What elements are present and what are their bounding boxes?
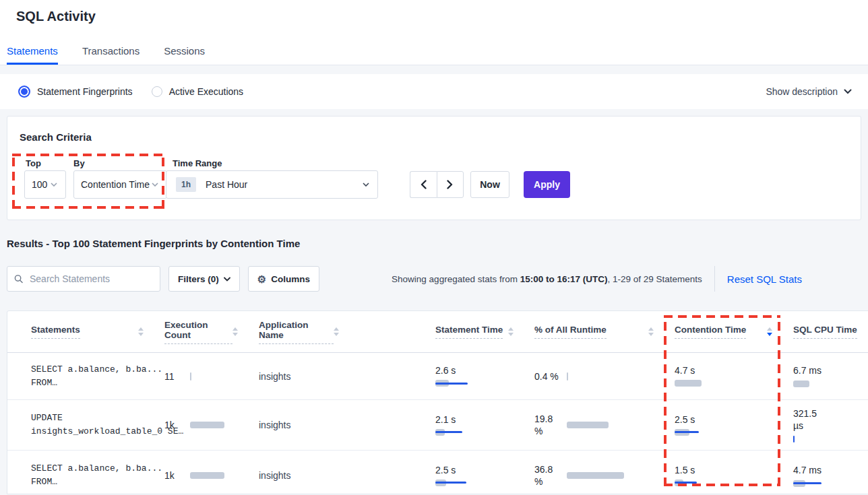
statement-fingerprint-link[interactable]: UPDATEinsights_workload_table_0 SE… xyxy=(31,411,152,438)
chevron-right-icon xyxy=(447,180,453,189)
statements-table-card: StatementsExecution CountApplication Nam… xyxy=(7,310,868,494)
sort-desc-arrow xyxy=(767,333,772,336)
bar-total xyxy=(675,380,702,387)
bar-tick-blue xyxy=(793,436,795,442)
pct-runtime-cell: 19.8 % xyxy=(522,400,662,451)
apply-button[interactable]: Apply xyxy=(524,171,570,198)
sort-icon[interactable] xyxy=(232,327,238,336)
columns-button-label: Columns xyxy=(271,274,310,284)
search-criteria-card: Search Criteria Top By Time Range 100 Co… xyxy=(7,116,861,220)
bar-total xyxy=(793,381,809,387)
column-header-statement-time[interactable]: Statement Time xyxy=(348,311,522,353)
cell-bar-chart xyxy=(190,471,224,480)
column-header-execution-count[interactable]: Execution Count xyxy=(152,311,247,353)
sort-desc-arrow xyxy=(648,333,654,336)
statement-line: SELECT a.balance, b.ba... xyxy=(31,462,152,475)
sort-asc-arrow xyxy=(648,327,654,331)
columns-button[interactable]: ⚙︎ Columns xyxy=(248,266,319,292)
results-controls: Filters (0) ⚙︎ Columns Showing aggregate… xyxy=(7,266,861,292)
sort-icon[interactable] xyxy=(648,327,654,336)
statement-time-cell: 2.1 s xyxy=(348,400,522,451)
time-nav-arrows xyxy=(410,171,464,198)
column-header-statements[interactable]: Statements xyxy=(7,311,152,353)
cell-bar-chart xyxy=(435,479,466,487)
now-button[interactable]: Now xyxy=(470,171,509,198)
statement-row: SELECT a.balance, b.ba...FROM…11insights… xyxy=(7,353,868,400)
contention-time-cell: 4.7 s xyxy=(662,353,781,400)
cell-bar-chart xyxy=(793,480,822,488)
metric-value: 36.8 % xyxy=(534,463,561,488)
sort-icon[interactable] xyxy=(508,327,514,336)
metric-value: 0.4 % xyxy=(534,370,561,383)
metric-value: 2.5 s xyxy=(675,414,780,425)
statement-line: insights_workload_table_0 SE… xyxy=(31,425,152,438)
sort-icon[interactable] xyxy=(334,327,339,336)
column-header-application-name[interactable]: Application Name xyxy=(247,311,348,353)
radio-option-active-executions[interactable]: Active Executions xyxy=(152,86,244,97)
view-toggle-bar: Statement FingerprintsActive Executions … xyxy=(0,74,868,109)
column-label: Execution Count xyxy=(164,320,232,344)
metric-value: 1k xyxy=(164,470,185,481)
execution-count-cell: 11 xyxy=(152,353,247,400)
statements-table: StatementsExecution CountApplication Nam… xyxy=(7,311,868,494)
search-statements-input[interactable] xyxy=(28,273,153,285)
results-heading: Results - Top 100 Statement Fingerprints… xyxy=(7,238,868,249)
statement-fingerprint-link[interactable]: SELECT a.balance, b.ba...FROM… xyxy=(31,363,152,390)
prev-time-button[interactable] xyxy=(410,171,437,198)
bar-mean-line xyxy=(675,431,699,433)
bar-mean-line xyxy=(435,383,468,385)
aggregated-stats-text: Showing aggregated stats from 15:00 to 1… xyxy=(392,274,702,284)
filters-button[interactable]: Filters (0) xyxy=(168,266,240,292)
show-description-toggle[interactable]: Show description xyxy=(766,86,852,97)
metric-value: 6.7 ms xyxy=(793,364,824,376)
sql-cpu-time-cell: 6.7 ms xyxy=(781,353,868,400)
sort-asc-arrow xyxy=(767,327,772,331)
cell-bar-chart xyxy=(675,479,697,487)
bar-total xyxy=(567,422,609,428)
show-description-label: Show description xyxy=(766,86,838,97)
chevron-left-icon xyxy=(421,180,427,189)
application-name-cell: insights xyxy=(247,400,348,451)
column-label: SQL CPU Time xyxy=(793,325,857,339)
sort-icon[interactable] xyxy=(767,327,772,336)
radio-label: Statement Fingerprints xyxy=(37,86,133,97)
contention-time-cell: 1.5 s xyxy=(662,451,781,495)
chevron-down-icon xyxy=(152,183,158,187)
column-label: Contention Time xyxy=(675,325,746,339)
cell-bar-chart xyxy=(567,471,624,480)
tab-statements[interactable]: Statements xyxy=(7,45,58,65)
sort-asc-arrow xyxy=(232,327,238,331)
tab-sessions[interactable]: Sessions xyxy=(164,45,205,65)
bar-mean-line xyxy=(793,482,822,484)
statement-row: UPDATEinsights_workload_table_0 SE…1kins… xyxy=(7,400,868,451)
time-range-badge: 1h xyxy=(176,177,196,192)
reset-sql-stats-link[interactable]: Reset SQL Stats xyxy=(727,273,802,285)
metric-value: 19.8 % xyxy=(534,413,561,437)
top-select[interactable]: 100 xyxy=(24,170,66,199)
statement-time-cell: 2.5 s xyxy=(348,451,522,495)
metric-value: 1.5 s xyxy=(675,465,780,475)
sql-cpu-time-cell: 4.7 ms xyxy=(781,451,868,495)
column-header--of-all-runtime[interactable]: % of All Runtime xyxy=(522,311,662,353)
statement-line: FROM… xyxy=(31,376,152,390)
bar-mean-line xyxy=(435,431,462,433)
time-range-select[interactable]: 1h Past Hour xyxy=(166,170,378,199)
column-header-sql-cpu-time[interactable]: SQL CPU Time xyxy=(781,311,868,353)
by-select[interactable]: Contention Time xyxy=(73,170,167,199)
next-time-button[interactable] xyxy=(437,171,464,198)
radio-option-statement-fingerprints[interactable]: Statement Fingerprints xyxy=(18,86,133,98)
statement-fingerprint-link[interactable]: SELECT a.balance, b.ba...FROM… xyxy=(31,462,152,489)
table-header-row: StatementsExecution CountApplication Nam… xyxy=(7,311,868,353)
column-label: % of All Runtime xyxy=(534,325,607,339)
bar-total xyxy=(190,422,224,428)
tab-transactions[interactable]: Transactions xyxy=(82,45,140,65)
column-header-contention-time[interactable]: Contention Time xyxy=(662,311,781,353)
column-label: Statements xyxy=(31,325,80,339)
page-header: SQL Activity StatementsTransactionsSessi… xyxy=(0,0,868,65)
sort-icon[interactable] xyxy=(138,327,144,336)
chevron-down-icon xyxy=(844,89,852,94)
cell-bar-chart xyxy=(675,428,699,436)
column-label: Statement Time xyxy=(435,325,503,339)
stats-time-range: 15:00 to 16:17 (UTC) xyxy=(520,274,608,284)
sort-desc-arrow xyxy=(232,333,238,336)
